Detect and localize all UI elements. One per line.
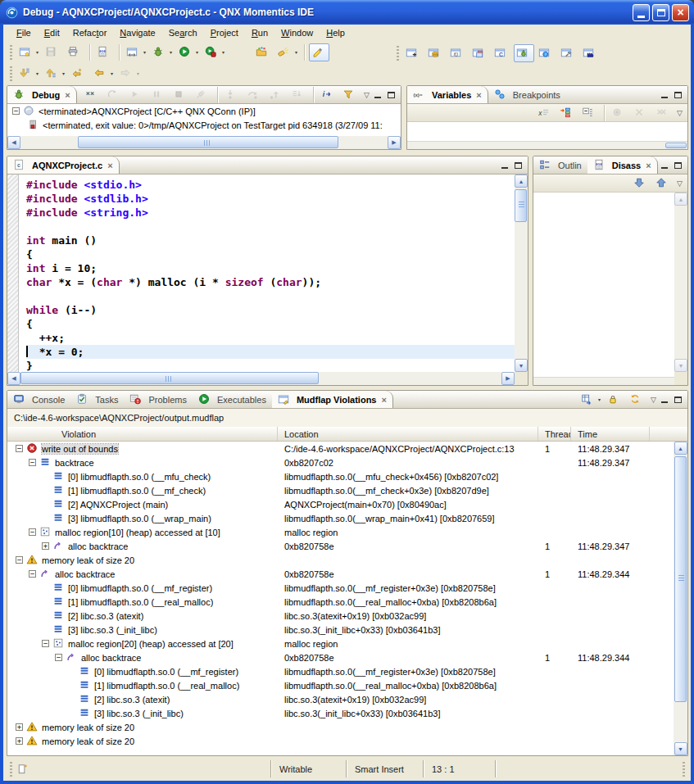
close-tab-icon[interactable]: ×	[476, 90, 481, 100]
maximize-view-button[interactable]	[386, 89, 397, 100]
team-synchronizing-perspective-button[interactable]	[469, 44, 490, 62]
tree-expander[interactable]: −	[55, 654, 62, 661]
maximize-button[interactable]	[652, 4, 669, 21]
violation-row[interactable]: [0] libmudflapth.so.0 (__mf_register)lib…	[7, 664, 674, 678]
code-line[interactable]: #include <string.h>	[26, 206, 515, 220]
export-log-button[interactable]: ▾	[578, 391, 603, 409]
violation-row[interactable]: [1] libmudflapth.so.0 (__real_malloc)lib…	[7, 595, 674, 609]
v-scrollbar[interactable]: ▲ ▼	[674, 442, 687, 755]
debug-tree-item[interactable]: −<terminated>AQNXCProject [C/C++ QNX QCo…	[7, 104, 401, 118]
tab-debug[interactable]: Debug×	[7, 86, 77, 103]
add-global-variables-button[interactable]	[557, 104, 578, 122]
column-violation[interactable]: Violation	[7, 427, 278, 441]
minimize-button[interactable]	[633, 4, 650, 21]
violation-row[interactable]: −memory leak of size 20	[7, 553, 674, 567]
tab-breakpoints[interactable]: Breakpoints	[488, 86, 566, 103]
h-scrollbar[interactable]: ◀ ▶	[7, 136, 401, 149]
tab-variables[interactable]: (x)=Variables×	[407, 86, 488, 103]
toolbar-grip[interactable]	[10, 66, 12, 81]
scroll-thumb[interactable]	[20, 372, 319, 384]
menu-window[interactable]: Window	[274, 26, 320, 40]
dropdown-arrow-icon[interactable]: ▾	[295, 49, 297, 55]
menu-project[interactable]: Project	[204, 26, 245, 40]
tree-expander[interactable]: −	[12, 107, 20, 115]
tree-expander[interactable]: −	[29, 570, 36, 578]
violation-row[interactable]: −alloc backtrace0xb820758e111:48.29.344	[7, 567, 674, 581]
dropdown-arrow-icon[interactable]: ▾	[170, 49, 172, 55]
violation-row[interactable]: −backtrace0xb8207c0211:48.29.347	[7, 455, 674, 469]
code-line[interactable]: }	[26, 359, 515, 372]
violation-row[interactable]: [1] libmudflapth.so.0 (__mf_check)libmud…	[7, 483, 674, 497]
column-location[interactable]: Location	[278, 427, 538, 441]
close-button[interactable]: ×	[672, 4, 689, 21]
title-bar[interactable]: Debug - AQNXCProject/AQNXCProject.c - QN…	[0, 0, 694, 25]
close-tab-icon[interactable]: ×	[107, 161, 112, 170]
scroll-down-button[interactable]: ▼	[674, 359, 687, 372]
use-step-filters-button[interactable]	[340, 86, 361, 104]
column-time[interactable]: Time	[571, 427, 650, 441]
arrow-up-button[interactable]	[653, 174, 674, 193]
code-line[interactable]: int main ()	[26, 233, 515, 247]
code-line[interactable]: while (i--)	[26, 303, 515, 317]
code-line[interactable]: *x = 0;	[26, 345, 515, 359]
code-editor[interactable]: #include <stdio.h>#include <stdlib.h>#in…	[20, 174, 515, 372]
dropdown-arrow-icon[interactable]: ▾	[222, 49, 225, 55]
menu-navigate[interactable]: Navigate	[113, 26, 161, 40]
disassembly-content[interactable]: ▲ ▼	[533, 193, 687, 385]
menu-search[interactable]: Search	[162, 26, 204, 40]
code-line[interactable]: char *x = (char *) malloc (i * sizeof (c…	[26, 275, 515, 289]
scroll-down-button[interactable]: ▼	[674, 742, 687, 755]
scroll-thumb[interactable]	[78, 136, 338, 148]
tab-tasks[interactable]: Tasks	[70, 391, 124, 408]
menu-help[interactable]: Help	[320, 26, 352, 40]
scroll-right-button[interactable]: ▶	[501, 372, 515, 385]
debug-config-button[interactable]: ▾	[124, 43, 148, 61]
maximize-view-button[interactable]	[513, 160, 524, 170]
tree-expander[interactable]: −	[29, 459, 36, 466]
refresh-button[interactable]	[627, 391, 647, 409]
tab-aqnxcproject-c[interactable]: cAQNXCProject.c×	[7, 156, 120, 174]
minimize-view-button[interactable]	[499, 160, 510, 170]
profile-button[interactable]: ▾	[202, 43, 227, 61]
code-line[interactable]: ++x;	[26, 331, 515, 345]
variables-content[interactable]	[407, 122, 687, 149]
c-cpp-perspective-button[interactable]: C	[492, 44, 512, 62]
maximize-view-button[interactable]	[673, 394, 683, 405]
tree-expander[interactable]: −	[42, 640, 49, 647]
cpp-browsing-perspective-button[interactable]: f()	[447, 44, 468, 62]
dropdown-arrow-icon[interactable]: ▾	[62, 70, 65, 76]
tree-expander[interactable]: +	[16, 737, 23, 745]
menu-edit[interactable]: Edit	[38, 26, 66, 40]
code-line[interactable]	[26, 220, 515, 233]
column-thread[interactable]: Thread	[538, 427, 571, 441]
violation-row[interactable]: +alloc backtrace0xb820758e111:48.29.347	[7, 539, 674, 553]
scroll-down-button[interactable]: ▼	[515, 359, 528, 372]
h-scrollbar[interactable]: ◀ ▶	[7, 372, 515, 385]
toolbar-grip[interactable]	[10, 45, 12, 60]
violation-row[interactable]: [2] libc.so.3 (atexit)libc.so.3(atexit+0…	[7, 609, 674, 623]
v-scrollbar[interactable]: ▲ ▼	[674, 193, 687, 372]
dropdown-arrow-icon[interactable]: ▾	[36, 49, 39, 55]
tree-expander[interactable]: +	[42, 542, 49, 550]
tree-expander[interactable]: −	[16, 445, 23, 452]
annotation-ruler[interactable]	[7, 174, 19, 372]
scroll-up-button[interactable]: ▲	[515, 174, 528, 188]
step-into-selection-button[interactable]: i	[318, 86, 338, 104]
dropdown-arrow-icon[interactable]: ▾	[196, 49, 198, 55]
search-button[interactable]: ▾	[275, 43, 300, 61]
last-edit-location-button[interactable]	[69, 65, 89, 83]
back-button[interactable]: ▾	[91, 65, 116, 83]
violation-row[interactable]: −alloc backtrace0xb820758e111:48.29.344	[7, 650, 674, 664]
prev-annotation-button[interactable]: ▾	[43, 65, 67, 83]
view-menu-icon[interactable]: ▽	[674, 179, 685, 188]
minimize-view-button[interactable]	[372, 89, 383, 100]
highlighter-button[interactable]	[309, 43, 329, 61]
minimize-view-button[interactable]	[659, 160, 669, 170]
dropdown-arrow-icon[interactable]: ▾	[143, 49, 146, 55]
svn-perspective-button[interactable]: SVN	[425, 44, 446, 62]
violation-row[interactable]: [3] libmudflapth.so.0 (__wrap_main)libmu…	[7, 511, 674, 525]
arrow-down-button[interactable]	[631, 174, 651, 193]
maximize-view-button[interactable]	[673, 89, 683, 100]
debug-button[interactable]: ▾	[150, 43, 175, 61]
h-scrollbar[interactable]	[407, 141, 687, 149]
